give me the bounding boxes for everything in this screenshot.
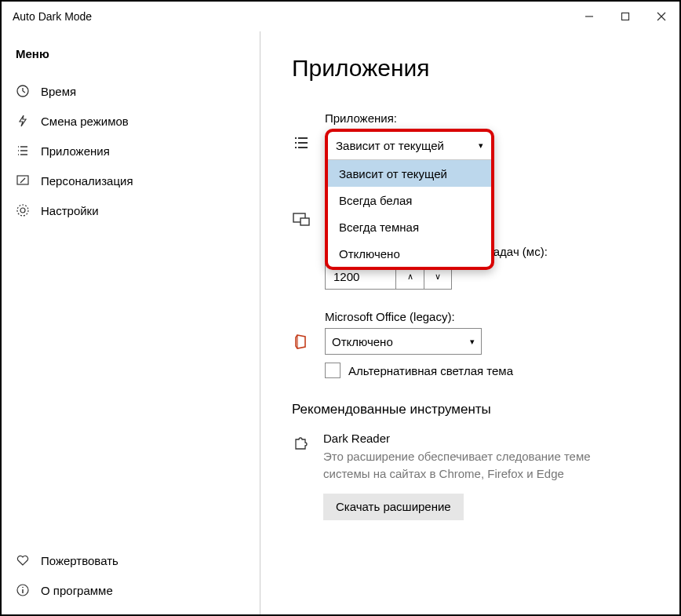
apps-label: Приложения: [325,111,648,125]
tool-name: Dark Reader [323,432,648,445]
apps-option-2[interactable]: Всегда темная [328,213,491,240]
apps-row: Приложения: Зависит от текущей ▾ Зависит… [292,111,648,152]
tools-section-title: Рекомендованные инструменты [292,402,648,417]
sidebar-item-time[interactable]: Время [2,76,260,106]
sidebar-item-label: О программе [41,584,113,597]
office-label: Microsoft Office (legacy): [325,310,648,323]
puzzle-icon [292,433,309,454]
apps-option-1[interactable]: Всегда белая [328,187,491,213]
sidebar-item-label: Смена режимов [41,115,129,128]
apps-combo[interactable]: Зависит от текущей ▾ [328,132,491,160]
lightning-icon [16,114,30,128]
sidebar-header: Меню [2,47,260,76]
tool-row: Dark Reader Это расширение обеспечивает … [292,432,648,520]
sidebar-item-modes[interactable]: Смена режимов [2,106,260,136]
list-icon [16,144,30,158]
sidebar-item-personalization[interactable]: Персонализация [2,166,260,195]
apps-combo-text: Зависит от текущей [336,139,444,152]
clock-icon [16,84,30,98]
chevron-down-icon: ▾ [470,337,475,347]
sidebar-item-apps[interactable]: Приложения [2,136,260,166]
svg-point-19 [22,587,24,589]
close-button[interactable] [643,2,679,31]
apps-option-3[interactable]: Отключено [328,240,491,267]
svg-point-16 [17,205,28,216]
svg-rect-27 [300,218,309,225]
sidebar-item-donate[interactable]: Пожертвовать [2,545,260,575]
sidebar-item-label: Пожертвовать [41,554,118,567]
office-icon [292,332,311,351]
sidebar: Меню Время Смена режимов Приложения [2,31,260,614]
office-combo[interactable]: Отключено ▾ [325,328,482,355]
heart-icon [16,553,30,567]
info-icon [16,583,30,597]
sidebar-item-about[interactable]: О программе [2,575,260,605]
page-title: Приложения [292,55,648,82]
edit-icon [16,173,30,188]
download-extension-button[interactable]: Скачать расширение [323,494,464,520]
desktop-icon [292,210,311,229]
chevron-down-icon: ▾ [479,140,483,151]
tool-description: Это расширение обеспечивает следование т… [323,448,606,483]
minimize-icon [584,12,594,21]
svg-line-14 [20,178,25,183]
main-content: Приложения Приложения: Зависит от текуще… [260,31,679,614]
close-icon [657,12,666,21]
svg-rect-1 [622,13,629,20]
apps-option-0[interactable]: Зависит от текущей [328,160,491,187]
sidebar-item-label: Приложения [41,144,110,158]
svg-point-15 [20,208,25,213]
alt-light-theme-label: Альтернативная светлая тема [348,364,513,377]
app-window: Auto Dark Mode Меню Время Смена ре [0,0,681,616]
sidebar-item-label: Время [41,85,76,98]
office-row: Microsoft Office (legacy): Отключено ▾ А… [292,310,648,378]
maximize-icon [621,12,630,21]
minimize-button[interactable] [571,2,607,31]
sidebar-item-label: Настройки [41,204,99,217]
sidebar-item-settings[interactable]: Настройки [2,195,260,225]
sidebar-item-label: Персонализация [41,174,133,188]
maximize-button[interactable] [607,2,643,31]
window-title: Auto Dark Mode [13,10,571,23]
svg-line-6 [23,91,25,93]
gear-icon [16,203,30,217]
titlebar: Auto Dark Mode [2,2,679,31]
apps-dropdown-open: Зависит от текущей ▾ Зависит от текущей … [325,129,494,270]
office-combo-text: Отключено [332,335,470,348]
alt-light-theme-checkbox[interactable] [325,363,340,378]
list-icon [292,133,311,152]
